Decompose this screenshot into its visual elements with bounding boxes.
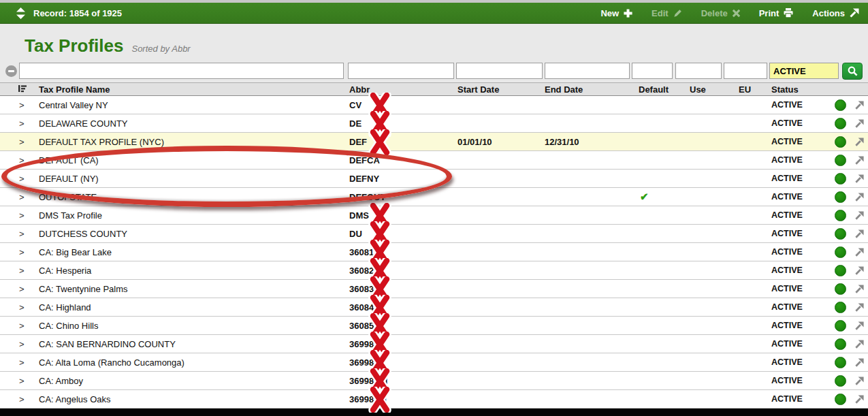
open-record-arrow-icon[interactable] <box>851 118 868 129</box>
row-name: DEFAULT (CA) <box>30 155 344 165</box>
filter-default-input[interactable] <box>632 63 673 79</box>
active-status-dot-icon <box>835 357 846 368</box>
expand-chevron-icon[interactable]: > <box>0 137 25 147</box>
expand-chevron-icon[interactable]: > <box>0 339 25 349</box>
table-row[interactable]: > CA: Highland 36084 ACTIVE <box>0 298 868 317</box>
col-header-end-date[interactable]: End Date <box>539 84 633 95</box>
row-status: ACTIVE <box>766 100 829 110</box>
active-status-dot-icon <box>835 173 846 185</box>
col-header-default[interactable]: Default <box>633 84 684 95</box>
row-status: ACTIVE <box>766 192 829 202</box>
open-record-arrow-icon[interactable] <box>851 266 868 276</box>
row-name: CA: SAN BERNARDINO COUNTY <box>30 339 344 349</box>
open-record-arrow-icon[interactable] <box>851 339 868 349</box>
open-record-arrow-icon[interactable] <box>851 321 868 331</box>
table-row[interactable]: > DMS Tax Profile DMS ACTIVE <box>0 206 868 225</box>
delete-button[interactable]: Delete <box>701 8 741 18</box>
expand-chevron-icon[interactable]: > <box>0 376 25 386</box>
expand-chevron-icon[interactable]: > <box>0 155 25 165</box>
expand-chevron-icon[interactable]: > <box>0 394 25 404</box>
table-row[interactable]: > OUTOFSTATE DEFOUT ✔ ACTIVE <box>0 188 868 206</box>
expand-chevron-icon[interactable]: > <box>0 321 25 331</box>
row-status: ACTIVE <box>766 118 829 128</box>
open-record-arrow-icon[interactable] <box>851 229 868 239</box>
open-record-arrow-icon[interactable] <box>851 100 868 110</box>
row-status: ACTIVE <box>766 137 829 146</box>
table-row[interactable]: > CA: Big Bear Lake 36081 ACTIVE <box>0 243 868 261</box>
row-abbr: 36081 <box>344 247 452 257</box>
print-button[interactable]: Print <box>759 7 794 18</box>
table-row[interactable]: > DEFAULT TAX PROFILE (NYC) DEF 01/01/10… <box>0 133 868 151</box>
open-record-arrow-icon[interactable] <box>851 174 868 184</box>
row-abbr: 36998 <box>344 339 452 349</box>
table-row[interactable]: > DEFAULT (CA) DEFCA ACTIVE <box>0 151 868 170</box>
open-record-arrow-icon[interactable] <box>851 394 868 404</box>
expand-chevron-icon[interactable]: > <box>0 357 25 368</box>
expand-chevron-icon[interactable]: > <box>0 118 25 129</box>
active-status-dot-icon <box>835 265 846 276</box>
expand-chevron-icon[interactable]: > <box>0 210 25 221</box>
expand-chevron-icon[interactable]: > <box>0 247 25 257</box>
open-record-arrow-icon[interactable] <box>851 137 868 147</box>
sort-list-icon[interactable] <box>18 84 27 93</box>
printer-icon <box>783 7 794 18</box>
filter-name-input[interactable] <box>19 63 344 79</box>
col-header-use[interactable]: Use <box>684 84 733 95</box>
filter-abbr-input[interactable] <box>348 63 454 79</box>
edit-button[interactable]: Edit <box>652 8 683 18</box>
col-header-name[interactable]: Tax Profile Name <box>30 84 344 95</box>
filter-start-date-input[interactable] <box>456 63 543 79</box>
bottom-black-bar <box>0 409 868 416</box>
table-body: > Central Valley NY CV ACTIVE > DELAWARE… <box>0 96 868 409</box>
new-button[interactable]: New <box>600 8 633 18</box>
expand-chevron-icon[interactable]: > <box>0 266 25 276</box>
table-row[interactable]: > DUTCHESS COUNTY DU ACTIVE <box>0 225 868 243</box>
col-header-start-date[interactable]: Start Date <box>452 84 539 95</box>
filter-bar <box>0 63 868 80</box>
table-row[interactable]: > DEFAULT (NY) DEFNY ACTIVE <box>0 170 868 188</box>
open-record-arrow-icon[interactable] <box>851 284 868 294</box>
open-record-arrow-icon[interactable] <box>851 247 868 257</box>
actions-arrow-icon <box>849 7 860 18</box>
remove-filter-button[interactable] <box>5 65 17 77</box>
table-row[interactable]: > CA: Angelus Oaks 36998AN ACTIVE <box>0 390 868 409</box>
expand-chevron-icon[interactable]: > <box>0 192 25 202</box>
row-abbr: CV <box>344 100 452 110</box>
table-row[interactable]: > CA: Alta Loma (Rancho Cucamonga) 36998… <box>0 353 868 372</box>
row-status: ACTIVE <box>766 376 829 385</box>
open-record-arrow-icon[interactable] <box>851 155 868 165</box>
actions-button[interactable]: Actions <box>812 7 860 18</box>
search-button[interactable] <box>842 63 863 80</box>
expand-chevron-icon[interactable]: > <box>0 174 25 184</box>
open-record-arrow-icon[interactable] <box>851 376 868 386</box>
filter-use-input[interactable] <box>675 63 722 79</box>
table-row[interactable]: > CA: Hesperia 36082 ACTIVE <box>0 261 868 280</box>
table-row[interactable]: > CA: Twentynine Palms 36083 ACTIVE <box>0 280 868 298</box>
row-status: ACTIVE <box>766 247 829 257</box>
filter-eu-input[interactable] <box>724 63 767 79</box>
record-up-down-icon[interactable] <box>16 7 25 19</box>
table-row[interactable]: > DELAWARE COUNTY DE ACTIVE <box>0 114 868 133</box>
filter-end-date-input[interactable] <box>545 63 630 79</box>
table-row[interactable]: > Central Valley NY CV ACTIVE <box>0 96 868 114</box>
col-header-abbr[interactable]: Abbr <box>344 84 452 95</box>
open-record-arrow-icon[interactable] <box>851 302 868 313</box>
filter-status-input[interactable] <box>769 63 839 79</box>
table-row[interactable]: > CA: Amboy 36998AM ACTIVE <box>0 372 868 390</box>
col-header-status[interactable]: Status <box>766 84 829 95</box>
record-navigator: Record: 1854 of 1925 <box>16 7 122 19</box>
open-record-arrow-icon[interactable] <box>851 357 868 368</box>
expand-chevron-icon[interactable]: > <box>0 302 25 313</box>
col-header-eu[interactable]: EU <box>733 84 766 95</box>
row-name: OUTOFSTATE <box>30 192 344 202</box>
expand-chevron-icon[interactable]: > <box>0 100 25 110</box>
row-abbr: DEF <box>344 137 452 147</box>
expand-chevron-icon[interactable]: > <box>0 284 25 294</box>
page-header: Tax Profiles Sorted by Abbr <box>25 35 868 57</box>
table-row[interactable]: > CA: Chino Hills 36085 ACTIVE <box>0 317 868 335</box>
open-record-arrow-icon[interactable] <box>851 210 868 221</box>
row-abbr: DEFNY <box>344 174 452 184</box>
open-record-arrow-icon[interactable] <box>851 192 868 202</box>
table-row[interactable]: > CA: SAN BERNARDINO COUNTY 36998 ACTIVE <box>0 335 868 353</box>
expand-chevron-icon[interactable]: > <box>0 229 25 239</box>
